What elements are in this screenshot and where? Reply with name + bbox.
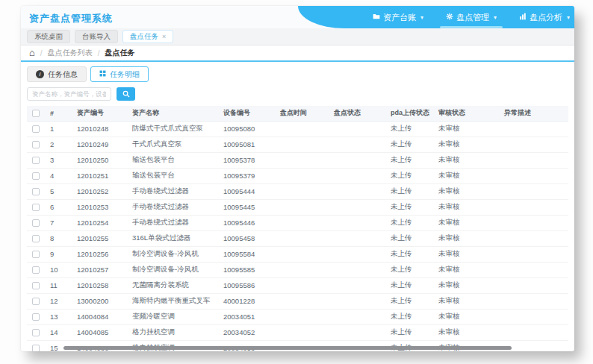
row-checkbox[interactable] — [32, 125, 40, 133]
cell-exception — [500, 199, 568, 215]
select-all-checkbox[interactable] — [32, 110, 40, 117]
col-audit-status: 审核状态 — [435, 106, 500, 121]
col-pda-status: pda上传状态 — [387, 106, 435, 121]
cell-audit-status: 未审核 — [435, 199, 500, 215]
table-row: 7 12010254 手动卷绕式过滤器 10095446 未上传 未审核 — [27, 215, 568, 230]
row-checkbox[interactable] — [32, 251, 40, 258]
cell-check-status — [330, 136, 387, 152]
gear-icon — [446, 13, 453, 22]
table-row: 2 12010249 干式爪式真空泵 10095081 未上传 未审核 — [27, 136, 568, 152]
row-checkbox[interactable] — [32, 313, 40, 321]
cell-asset-name: 变频冷暖空调 — [128, 309, 220, 324]
cell-asset-no: 14004084 — [73, 309, 128, 324]
cell-index: 1 — [46, 121, 73, 136]
col-check-status: 盘点状态 — [330, 106, 387, 121]
sub-tabs: 任务信息 任务明细 — [27, 66, 568, 82]
cell-device-no: 10095445 — [220, 199, 276, 215]
cell-select — [27, 293, 46, 309]
menu-label: 盘点管理 — [456, 12, 489, 23]
cell-asset-no: 12010248 — [73, 121, 128, 136]
cell-audit-status: 未审核 — [435, 277, 500, 293]
cell-asset-name: 输送包装平台 — [128, 168, 220, 183]
cell-exception — [500, 246, 568, 262]
menu-inventory-manage[interactable]: 盘点管理 ▾ — [446, 6, 497, 28]
cell-check-time — [276, 246, 330, 262]
row-checkbox[interactable] — [32, 235, 40, 242]
cell-device-no: 10095080 — [220, 121, 276, 136]
search-row — [27, 87, 568, 101]
cell-select — [27, 215, 46, 230]
cell-check-time — [276, 199, 330, 215]
cell-check-status — [330, 215, 387, 230]
cell-device-no: 10095379 — [220, 168, 276, 183]
row-checkbox[interactable] — [32, 345, 40, 351]
cell-select — [27, 277, 46, 293]
table-row: 10 12010257 制冷空调设备-冷风机 10095585 未上传 未审核 — [27, 262, 568, 277]
task-detail-table: # 资产编号 资产名称 设备编号 盘点时间 盘点状态 pda上传状态 审核状态 … — [27, 106, 568, 351]
cell-check-time — [276, 215, 330, 230]
tab-bar: 系统桌面 台账导入 盘点任务× — [21, 28, 574, 46]
tab-inventory-task[interactable]: 盘点任务× — [122, 30, 173, 43]
cell-device-no: 10095446 — [220, 215, 276, 230]
breadcrumb-task-list[interactable]: 盘点任务列表 — [48, 48, 93, 58]
chevron-down-icon: ▾ — [567, 14, 570, 21]
row-checkbox[interactable] — [32, 282, 40, 289]
cell-asset-name: 格力挂机空调 — [128, 324, 220, 340]
tab-task-detail[interactable]: 任务明细 — [90, 66, 149, 82]
col-index: # — [46, 106, 73, 121]
cell-check-time — [276, 121, 330, 136]
tab-system-desktop[interactable]: 系统桌面 — [27, 30, 70, 43]
cell-select — [27, 340, 46, 351]
cell-check-status — [330, 277, 387, 293]
row-checkbox[interactable] — [32, 204, 40, 211]
page-content: 任务信息 任务明细 — [21, 66, 574, 351]
cell-asset-name: 制冷空调设备-冷风机 — [128, 246, 220, 262]
cell-audit-status: 未审核 — [435, 183, 500, 199]
cell-audit-status: 未审核 — [435, 230, 500, 246]
cell-pda-status: 未上传 — [387, 199, 435, 215]
cell-asset-no: 13000200 — [73, 293, 128, 309]
search-button[interactable] — [117, 87, 135, 101]
table-row: 3 12010250 输送包装平台 10095378 未上传 未审核 — [27, 152, 568, 168]
cell-asset-no: 12010256 — [73, 246, 128, 262]
tab-task-info[interactable]: 任务信息 — [27, 66, 87, 82]
cell-audit-status: 未审核 — [435, 324, 500, 340]
cell-check-time — [276, 293, 330, 309]
cell-device-no: 10095586 — [220, 277, 276, 293]
cell-check-status — [330, 262, 387, 277]
cell-device-no: 10095458 — [220, 230, 276, 246]
cell-pda-status: 未上传 — [387, 262, 435, 277]
row-checkbox[interactable] — [32, 266, 40, 274]
horizontal-scrollbar[interactable] — [63, 346, 512, 350]
cell-check-status — [330, 293, 387, 309]
cell-asset-no: 12010258 — [73, 277, 128, 293]
cell-exception — [500, 230, 568, 246]
cell-audit-status: 未审核 — [435, 309, 500, 324]
cell-pda-status: 未上传 — [387, 293, 435, 309]
cell-select — [27, 152, 46, 168]
cell-select — [27, 199, 46, 215]
breadcrumb: ⌂ / 盘点任务列表 / 盘点任务 — [21, 46, 574, 62]
row-checkbox[interactable] — [32, 188, 40, 195]
row-checkbox[interactable] — [32, 298, 40, 305]
cell-check-status — [330, 324, 387, 340]
row-checkbox[interactable] — [32, 141, 40, 148]
close-icon[interactable]: × — [162, 33, 166, 40]
menu-inventory-analysis[interactable]: 盘点分析 ▾ — [519, 6, 570, 28]
row-checkbox[interactable] — [32, 219, 40, 227]
cell-index: 4 — [46, 168, 73, 183]
breadcrumb-separator: / — [98, 49, 100, 57]
chevron-down-icon: ▾ — [494, 14, 497, 21]
row-checkbox[interactable] — [32, 157, 40, 164]
cell-asset-name: 防爆式干式爪式真空泵 — [128, 121, 220, 136]
search-input[interactable] — [27, 87, 111, 101]
cell-asset-name: 制冷空调设备-冷风机 — [128, 262, 220, 277]
tab-ledger-import[interactable]: 台账导入 — [75, 30, 118, 43]
cell-index: 2 — [46, 136, 73, 152]
cell-audit-status: 未审核 — [435, 293, 500, 309]
row-checkbox[interactable] — [32, 329, 40, 336]
home-icon[interactable]: ⌂ — [29, 48, 35, 57]
table-row: 8 12010255 316L单袋式过滤器 10095458 未上传 未审核 — [27, 230, 568, 246]
row-checkbox[interactable] — [32, 172, 40, 180]
menu-asset-ledger[interactable]: 资产台账 ▾ — [373, 6, 423, 28]
